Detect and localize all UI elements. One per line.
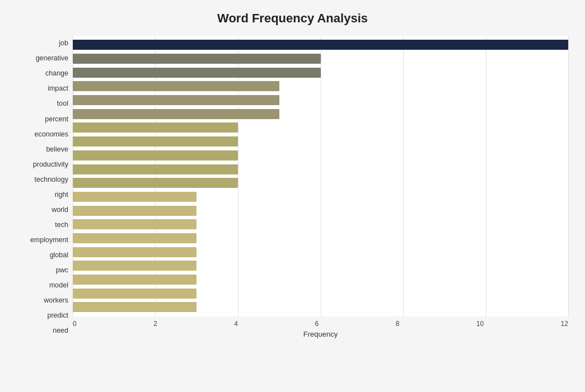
- y-label: tool: [57, 100, 68, 107]
- bar-row: [73, 149, 568, 162]
- bar: [73, 275, 196, 285]
- x-bottom: 024681012 Frequency: [73, 317, 568, 338]
- x-tick: 8: [396, 320, 400, 328]
- x-tick: 0: [73, 320, 77, 328]
- bar-row: [73, 67, 568, 79]
- bar: [73, 233, 196, 243]
- y-label: workers: [44, 297, 68, 304]
- bars-wrapper: [73, 36, 568, 317]
- bar: [73, 81, 279, 91]
- x-tick: 12: [561, 320, 568, 328]
- bar-row: [73, 273, 568, 286]
- bar-row: [73, 94, 568, 106]
- bar-row: [73, 80, 568, 92]
- y-label: job: [59, 40, 68, 47]
- bar-row: [73, 108, 568, 120]
- y-labels: jobgenerativechangeimpacttoolpercentecon…: [17, 36, 73, 338]
- y-label: generative: [36, 55, 68, 62]
- bar-row: [73, 301, 568, 313]
- bar: [73, 164, 238, 174]
- y-label: global: [50, 252, 68, 259]
- bar-row: [73, 121, 568, 134]
- x-tick: 10: [476, 320, 484, 328]
- bar-row: [73, 232, 568, 244]
- bar-row: [73, 163, 568, 176]
- bar: [73, 68, 321, 78]
- y-label: believe: [46, 146, 68, 153]
- bar-row: [73, 53, 568, 65]
- x-tick: 2: [153, 320, 157, 328]
- chart-container: Word Frequency Analysis jobgenerativecha…: [0, 0, 585, 392]
- bar: [73, 192, 196, 202]
- y-label: pwc: [56, 267, 68, 274]
- bar: [73, 122, 238, 133]
- y-label: impact: [48, 85, 68, 92]
- bar: [73, 219, 196, 229]
- bar: [73, 206, 196, 216]
- bar-row: [73, 39, 568, 51]
- bar: [73, 109, 279, 119]
- bar-row: [73, 287, 568, 300]
- bar-row: [73, 246, 568, 258]
- y-label: right: [55, 191, 68, 199]
- grid-and-bars: [73, 36, 568, 317]
- y-label: model: [49, 282, 68, 289]
- y-label: change: [45, 70, 68, 77]
- y-label: world: [52, 206, 68, 214]
- bar-row: [73, 259, 568, 272]
- bar-row: [73, 135, 568, 148]
- bar: [73, 136, 238, 147]
- y-label: employment: [30, 237, 68, 244]
- y-label: percent: [45, 116, 68, 123]
- bar: [73, 261, 196, 271]
- bar: [73, 247, 196, 257]
- bar-row: [73, 205, 568, 217]
- bar-row: [73, 218, 568, 230]
- bar: [73, 95, 279, 105]
- bar: [73, 289, 196, 299]
- y-label: economies: [35, 131, 68, 138]
- bar: [73, 302, 196, 312]
- chart-title: Word Frequency Analysis: [17, 11, 568, 26]
- chart-area: jobgenerativechangeimpacttoolpercentecon…: [17, 36, 568, 338]
- bar: [73, 150, 238, 160]
- y-label: productivity: [33, 161, 68, 168]
- y-label: predict: [47, 312, 68, 319]
- bar: [73, 40, 568, 50]
- x-tick: 6: [315, 320, 319, 328]
- y-label: need: [53, 327, 68, 334]
- bar: [73, 54, 321, 64]
- bars-and-grid: 024681012 Frequency: [73, 36, 568, 338]
- bar: [73, 178, 238, 188]
- y-label: technology: [35, 176, 68, 183]
- x-tick: 4: [234, 320, 238, 328]
- x-axis-label: Frequency: [73, 330, 568, 338]
- y-label: tech: [55, 221, 68, 229]
- grid-line: [568, 36, 569, 317]
- bar-row: [73, 177, 568, 189]
- bar-row: [73, 191, 568, 203]
- x-axis: 024681012: [73, 317, 568, 328]
